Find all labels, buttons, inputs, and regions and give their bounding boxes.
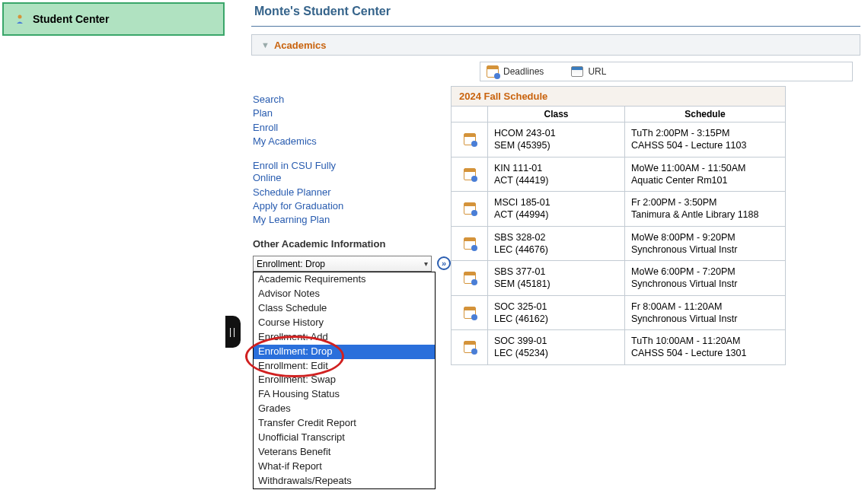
row-schedule-cell: TuTh 10:00AM - 11:20AMCAHSS 504 - Lectur… bbox=[625, 330, 785, 364]
row-icon-cell[interactable] bbox=[452, 296, 488, 330]
dropdown-option[interactable]: Academic Requirements bbox=[254, 272, 435, 287]
deadlines-icon bbox=[464, 237, 476, 250]
row-icon-cell[interactable] bbox=[452, 227, 488, 261]
schedule-row: HCOM 243-01SEM (45395)TuTh 2:00PM - 3:15… bbox=[452, 123, 785, 158]
row-class-cell: SBS 328-02LEC (44676) bbox=[488, 227, 625, 261]
row-class-cell: SOC 325-01LEC (46162) bbox=[488, 296, 625, 330]
deadlines-icon bbox=[464, 272, 476, 284]
schedule-row: KIN 111-01ACT (44419)MoWe 11:00AM - 11:5… bbox=[452, 158, 785, 192]
nav-label: Student Center bbox=[33, 13, 109, 25]
dropdown-option[interactable]: Course History bbox=[254, 316, 435, 330]
row-schedule-cell: TuTh 2:00PM - 3:15PMCAHSS 504 - Lecture … bbox=[625, 123, 785, 157]
row-schedule-cell: MoWe 6:00PM - 7:20PMSynchronous Virtual … bbox=[625, 261, 785, 295]
dropdown-option[interactable]: Enrollment: Add bbox=[254, 330, 435, 345]
row-class-cell: HCOM 243-01SEM (45395) bbox=[488, 123, 625, 157]
schedule-footer-links: Weekly Schedule ▶ Enrollment Shopping Ca… bbox=[679, 365, 868, 397]
svg-point-0 bbox=[18, 15, 22, 19]
schedule-table: 2024 Fall Schedule Class Schedule HCOM 2… bbox=[451, 86, 786, 365]
link-plan[interactable]: Plan bbox=[253, 107, 436, 119]
deadlines-icon bbox=[464, 341, 476, 353]
dropdown-option[interactable]: Enrollment: Edit bbox=[254, 359, 435, 374]
dropdown-option[interactable]: Advisor Notes bbox=[254, 287, 435, 301]
dropdown-go-button[interactable]: » bbox=[437, 256, 451, 270]
academics-links: Search Plan Enroll My Academics Enroll i… bbox=[251, 86, 436, 272]
link-enroll[interactable]: Enroll bbox=[253, 122, 436, 134]
link-search[interactable]: Search bbox=[253, 94, 436, 106]
legend-bar: Deadlines URL bbox=[480, 62, 853, 81]
schedule-header-row: Class Schedule bbox=[452, 107, 785, 123]
link-group-top: Search Plan Enroll My Academics bbox=[253, 94, 436, 148]
section-title: Academics bbox=[274, 40, 327, 51]
dropdown-option[interactable]: Withdrawals/Repeats bbox=[254, 474, 435, 488]
legend-url-label: URL bbox=[588, 66, 606, 77]
row-icon-cell[interactable] bbox=[452, 192, 488, 226]
link-schedule-planner[interactable]: Schedule Planner bbox=[253, 186, 337, 199]
collapse-handle[interactable]: || bbox=[225, 316, 241, 348]
row-class-cell: SBS 377-01SEM (45181) bbox=[488, 261, 625, 295]
other-academic-dropdown: Enrollment: Drop ▾ » Academic Requiremen… bbox=[253, 256, 436, 272]
schedule-head-schedule: Schedule bbox=[625, 107, 785, 122]
schedule-row: SBS 377-01SEM (45181)MoWe 6:00PM - 7:20P… bbox=[452, 261, 785, 296]
dropdown-list: Academic RequirementsAdvisor NotesClass … bbox=[253, 272, 436, 488]
dropdown-option[interactable]: What-if Report bbox=[254, 460, 435, 474]
schedule-row: SOC 325-01LEC (46162)Fr 8:00AM - 11:20AM… bbox=[452, 296, 785, 331]
academics-header[interactable]: ▼ Academics bbox=[251, 34, 860, 56]
row-schedule-cell: MoWe 11:00AM - 11:50AMAquatic Center Rm1… bbox=[625, 158, 785, 192]
chevron-down-icon: ▾ bbox=[424, 259, 428, 268]
row-schedule-cell: Fr 2:00PM - 3:50PMTanimura & Antle Libra… bbox=[625, 192, 785, 226]
deadlines-icon bbox=[487, 65, 499, 78]
row-schedule-cell: Fr 8:00AM - 11:20AMSynchronous Virtual I… bbox=[625, 296, 785, 330]
link-apply-graduation[interactable]: Apply for Graduation bbox=[253, 200, 436, 212]
row-class-cell: MSCI 185-01ACT (44994) bbox=[488, 192, 625, 226]
handle-bars: || bbox=[229, 326, 237, 337]
link-my-learning-plan[interactable]: My Learning Plan bbox=[253, 214, 436, 226]
student-icon bbox=[14, 14, 25, 24]
dropdown-option[interactable]: FA Housing Status bbox=[254, 387, 435, 402]
row-icon-cell[interactable] bbox=[452, 123, 488, 157]
nav-student-center[interactable]: Student Center bbox=[2, 2, 225, 36]
other-academic-label: Other Academic Information bbox=[253, 238, 436, 250]
dropdown-option[interactable]: Enrollment: Drop bbox=[254, 345, 435, 359]
dropdown-option[interactable]: Unofficial Transcript bbox=[254, 431, 435, 445]
legend-deadlines: Deadlines bbox=[487, 65, 544, 78]
link-my-academics[interactable]: My Academics bbox=[253, 135, 436, 148]
row-class-cell: SOC 399-01LEC (45234) bbox=[488, 330, 625, 364]
schedule-head-icon bbox=[452, 107, 488, 122]
url-icon bbox=[571, 66, 583, 77]
schedule-row: SBS 328-02LEC (44676)MoWe 8:00PM - 9:20P… bbox=[452, 227, 785, 262]
link-enroll-csu[interactable]: Enroll in CSU Fully Online bbox=[253, 160, 337, 185]
dropdown-option[interactable]: Grades bbox=[254, 402, 435, 416]
row-schedule-cell: MoWe 8:00PM - 9:20PMSynchronous Virtual … bbox=[625, 227, 785, 261]
dropdown-option[interactable]: Class Schedule bbox=[254, 301, 435, 316]
link-group-mid: Enroll in CSU Fully Online Schedule Plan… bbox=[253, 160, 436, 226]
row-icon-cell[interactable] bbox=[452, 158, 488, 192]
deadlines-icon bbox=[464, 133, 476, 145]
dropdown-option[interactable]: Transfer Credit Report bbox=[254, 416, 435, 431]
dropdown-select[interactable]: Enrollment: Drop ▾ bbox=[253, 256, 432, 272]
schedule-head-class: Class bbox=[488, 107, 625, 122]
legend-deadlines-label: Deadlines bbox=[503, 66, 544, 77]
dropdown-selected-text: Enrollment: Drop bbox=[257, 259, 325, 269]
row-icon-cell[interactable] bbox=[452, 330, 488, 364]
page-title: Monte's Student Center bbox=[251, 0, 860, 27]
schedule-row: SOC 399-01LEC (45234)TuTh 10:00AM - 11:2… bbox=[452, 330, 785, 364]
deadlines-icon bbox=[464, 202, 476, 215]
dropdown-option[interactable]: Veterans Benefit bbox=[254, 445, 435, 460]
legend-url: URL bbox=[571, 66, 606, 77]
row-icon-cell[interactable] bbox=[452, 261, 488, 295]
deadlines-icon bbox=[464, 307, 476, 319]
schedule-row: MSCI 185-01ACT (44994)Fr 2:00PM - 3:50PM… bbox=[452, 192, 785, 227]
deadlines-icon bbox=[464, 168, 476, 180]
dropdown-option[interactable]: Enrollment: Swap bbox=[254, 373, 435, 387]
row-class-cell: KIN 111-01ACT (44419) bbox=[488, 158, 625, 192]
schedule-title: 2024 Fall Schedule bbox=[452, 87, 785, 107]
collapse-arrow-icon: ▼ bbox=[261, 40, 270, 49]
